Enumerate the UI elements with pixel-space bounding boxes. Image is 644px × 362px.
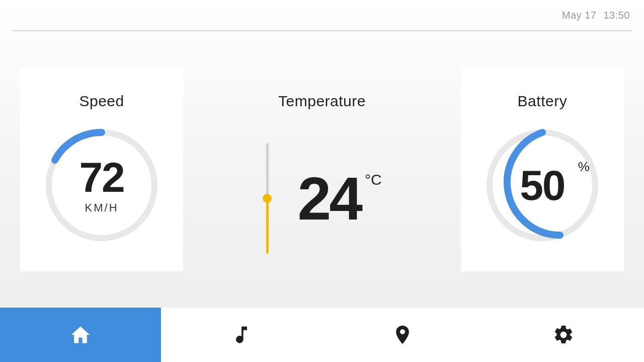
speed-unit: KM/H bbox=[85, 201, 119, 214]
nav-tab-music[interactable] bbox=[161, 308, 322, 362]
dashboard-main: Speed 72 KM/H Temperature 24 °C bbox=[0, 31, 644, 308]
location-pin-icon bbox=[391, 324, 414, 346]
speed-card: Speed 72 KM/H bbox=[20, 67, 183, 271]
temperature-slider[interactable] bbox=[262, 143, 272, 254]
nav-tab-home[interactable] bbox=[0, 308, 161, 362]
thermo-track-lower bbox=[266, 198, 269, 254]
battery-value: 50 bbox=[520, 164, 565, 206]
temperature-readout: 24 °C bbox=[297, 168, 381, 229]
gear-icon bbox=[552, 324, 575, 346]
bottom-nav bbox=[0, 308, 644, 362]
top-bar: May 17 13:50 bbox=[0, 0, 644, 30]
thermo-knob-icon[interactable] bbox=[263, 194, 272, 203]
nav-tab-settings[interactable] bbox=[483, 308, 644, 362]
temperature-value: 24 bbox=[297, 168, 360, 229]
speed-gauge: 72 KM/H bbox=[41, 125, 162, 246]
temperature-card: Temperature 24 °C bbox=[203, 67, 441, 271]
speed-title: Speed bbox=[79, 93, 124, 110]
battery-unit: % bbox=[578, 159, 590, 175]
nav-tab-location[interactable] bbox=[322, 308, 483, 362]
temperature-unit: °C bbox=[365, 171, 382, 188]
speed-value: 72 bbox=[79, 156, 124, 198]
battery-title: Battery bbox=[518, 93, 568, 110]
music-icon bbox=[230, 324, 253, 346]
home-icon bbox=[69, 324, 92, 346]
temperature-title: Temperature bbox=[278, 93, 366, 110]
date-label: May 17 bbox=[562, 10, 597, 21]
time-label: 13:50 bbox=[603, 10, 630, 21]
thermo-track-upper bbox=[266, 143, 269, 198]
battery-card: Battery 50 % bbox=[461, 67, 624, 271]
battery-gauge: 50 % bbox=[482, 125, 603, 246]
